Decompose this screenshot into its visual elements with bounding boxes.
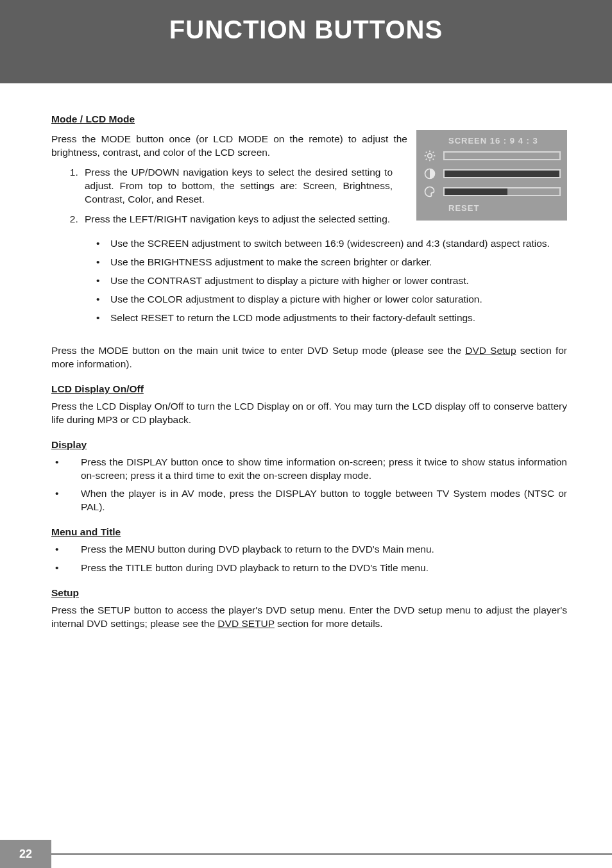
brightness-icon: [423, 149, 437, 163]
display-bullet: Press the DISPLAY button once to show ti…: [51, 456, 567, 483]
mode-closing: Press the MODE button on the main unit t…: [51, 344, 567, 371]
dvd-setup-section-link: DVD SETUP: [217, 618, 274, 629]
mode-intro-column: Press the MODE button once (or LCD MODE …: [51, 130, 407, 233]
mode-step-1: Press the UP/DOWN navigation keys to sel…: [81, 166, 407, 206]
mode-step-2: Press the LEFT/RIGHT navigation keys to …: [81, 213, 407, 226]
mode-step-1-text: Press the UP/DOWN navigation keys to sel…: [85, 166, 393, 206]
page-footer: 22: [0, 840, 612, 868]
display-bullets: Press the DISPLAY button once to show ti…: [51, 456, 567, 515]
svg-line-5: [426, 152, 427, 153]
page-header: FUNCTION BUTTONS: [0, 0, 612, 83]
setup-post: section for more details.: [275, 618, 383, 629]
lcd-heading: LCD Display On/Off: [51, 383, 567, 396]
menu-bullet: Press the MENU button during DVD playbac…: [51, 543, 567, 556]
osd-contrast-row: [423, 167, 561, 181]
mode-intro-text: Press the MODE button once (or LCD MODE …: [51, 133, 407, 160]
mode-closing-pre: Press the MODE button on the main unit t…: [51, 345, 465, 356]
menu-heading: Menu and Title: [51, 526, 567, 539]
svg-line-6: [433, 159, 434, 160]
osd-brightness-row: [423, 149, 561, 163]
dvd-setup-link: DVD Setup: [465, 345, 516, 356]
mode-intro-row: Press the MODE button once (or LCD MODE …: [51, 130, 567, 233]
osd-panel: SCREEN 16 : 9 4 : 3: [416, 130, 567, 221]
lcd-text: Press the LCD Display On/Off to turn the…: [51, 400, 567, 427]
page-title: FUNCTION BUTTONS: [169, 15, 443, 44]
display-heading: Display: [51, 438, 567, 452]
display-bullet: When the player is in AV mode, press the…: [51, 487, 567, 514]
contrast-icon: [423, 167, 437, 181]
osd-screen-label: SCREEN 16 : 9 4 : 3: [423, 135, 561, 147]
page-content: Mode / LCD Mode Press the MODE button on…: [0, 83, 612, 631]
footer-rule: [51, 853, 612, 855]
mode-bullets: Use the SCREEN adjustment to switch betw…: [51, 237, 567, 325]
color-icon: [423, 185, 437, 199]
setup-heading: Setup: [51, 587, 567, 600]
mode-bullet: Use the CONTRAST adjustment to display a…: [96, 274, 567, 288]
setup-text: Press the SETUP button to access the pla…: [51, 604, 567, 631]
osd-contrast-bar: [443, 169, 561, 178]
osd-color-row: [423, 185, 561, 199]
svg-line-7: [426, 159, 427, 160]
osd-brightness-bar: [443, 151, 561, 160]
mode-bullet: Use the SCREEN adjustment to switch betw…: [96, 237, 567, 251]
mode-heading: Mode / LCD Mode: [51, 113, 567, 126]
page-number: 22: [0, 840, 51, 868]
mode-bullet: Use the COLOR adjustment to display a pi…: [96, 293, 567, 306]
osd-reset-label: RESET: [423, 203, 561, 214]
svg-line-8: [433, 152, 434, 153]
menu-bullets: Press the MENU button during DVD playbac…: [51, 543, 567, 575]
menu-bullet: Press the TITLE button during DVD playba…: [51, 562, 567, 575]
mode-bullet: Select RESET to return the LCD mode adju…: [96, 312, 567, 325]
svg-point-0: [428, 154, 432, 158]
mode-steps: Press the UP/DOWN navigation keys to sel…: [51, 166, 407, 226]
mode-bullet: Use the BRIGHTNESS adjustment to make th…: [96, 256, 567, 269]
osd-color-bar: [443, 187, 561, 196]
